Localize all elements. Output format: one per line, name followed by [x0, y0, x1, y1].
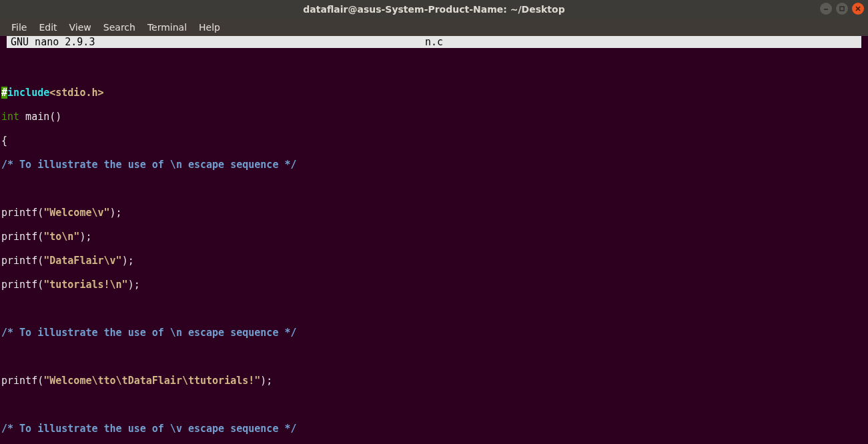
menu-edit[interactable]: Edit — [33, 20, 63, 35]
comment: /* To illustrate the use of \v escape se… — [1, 423, 297, 435]
code-line: #include<stdio.h> — [1, 87, 868, 99]
menu-view[interactable]: View — [63, 20, 97, 35]
code-line: printf("DataFlair\v"); — [1, 255, 868, 267]
minimize-button[interactable] — [820, 3, 832, 15]
string-literal: "to\n" — [43, 231, 79, 243]
window-titlebar: dataflair@asus-System-Product-Name: ~/De… — [0, 0, 868, 19]
code-line: printf("Welcome\v"); — [1, 207, 868, 219]
menu-terminal[interactable]: Terminal — [141, 20, 193, 35]
nano-filename: n.c — [7, 36, 861, 48]
minimize-icon — [823, 5, 829, 12]
string-literal: "Welcome\tto\tDataFlair\ttutorials!" — [43, 375, 260, 387]
string-literal: "tutorials!\n" — [43, 279, 127, 291]
svg-rect-1 — [840, 7, 844, 11]
comment: /* To illustrate the use of \n escape se… — [1, 327, 297, 339]
comment: /* To illustrate the use of \n escape se… — [1, 159, 297, 171]
code-line: /* To illustrate the use of \v escape se… — [1, 423, 868, 435]
code-line: /* To illustrate the use of \n escape se… — [1, 327, 868, 339]
blank-line — [1, 63, 868, 75]
type-keyword: int — [1, 111, 19, 123]
code-line: printf("Welcome\tto\tDataFlair\ttutorial… — [1, 375, 868, 387]
editor-area[interactable]: #include<stdio.h> int main() { /* To ill… — [0, 48, 868, 444]
string-literal: "DataFlair\v" — [43, 255, 121, 267]
close-button[interactable] — [852, 3, 864, 15]
main-decl: main() — [19, 111, 61, 123]
code-line: printf("tutorials!\n"); — [1, 279, 868, 291]
code-line: /* To illustrate the use of \n escape se… — [1, 159, 868, 171]
nano-header-bar: GNU nano 2.9.3 n.c — [7, 36, 861, 48]
blank-line — [1, 399, 868, 411]
include-keyword: include — [7, 87, 49, 99]
menu-bar: File Edit View Search Terminal Help — [0, 19, 868, 36]
include-header: <stdio.h> — [49, 87, 103, 99]
window-title: dataflair@asus-System-Product-Name: ~/De… — [303, 4, 564, 15]
code-line: int main() — [1, 111, 868, 123]
menu-help[interactable]: Help — [193, 20, 226, 35]
string-literal: "Welcome\v" — [43, 207, 109, 219]
menu-search[interactable]: Search — [97, 20, 141, 35]
cursor: # — [1, 87, 7, 99]
code-line: printf("to\n"); — [1, 231, 868, 243]
maximize-icon — [839, 5, 845, 12]
window-controls — [820, 3, 864, 15]
code-line: { — [1, 135, 868, 147]
blank-line — [1, 351, 868, 363]
close-icon — [855, 5, 861, 12]
menu-file[interactable]: File — [5, 20, 33, 35]
maximize-button[interactable] — [836, 3, 848, 15]
blank-line — [1, 183, 868, 195]
blank-line — [1, 303, 868, 315]
